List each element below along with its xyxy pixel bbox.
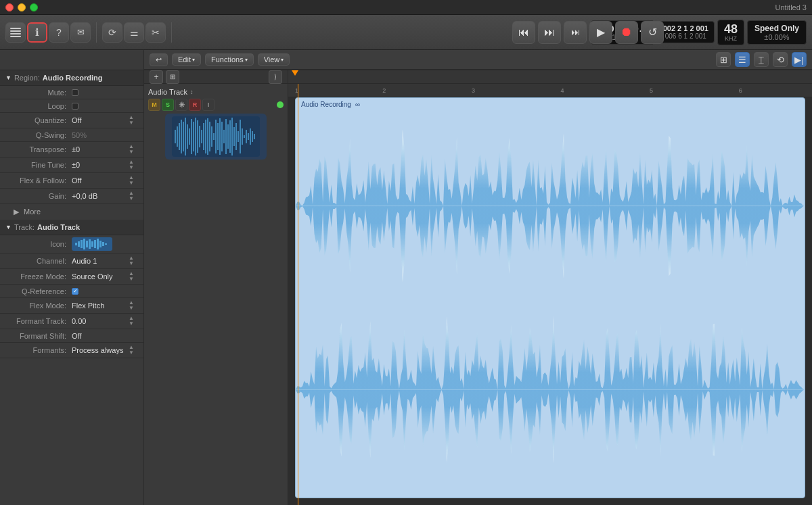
cycle-button[interactable]: ↺	[641, 21, 664, 44]
play-button[interactable]: ▶	[589, 21, 612, 44]
tracks-content: Audio Track ↕ M S ✳ R I	[144, 84, 812, 505]
ruler-mark-5: 5	[650, 87, 653, 94]
fast-forward-button[interactable]: ⏭	[538, 21, 561, 44]
speed-display[interactable]: Speed Only ±0.00%	[747, 20, 807, 45]
track-triangle-icon: ▼	[5, 224, 12, 231]
gain-down-btn[interactable]: ▼	[127, 196, 135, 201]
inspector-panel: ▼ Region: Audio Recording Mute: Loop: Qu…	[0, 70, 144, 505]
maximize-button[interactable]	[30, 3, 38, 11]
back-icon: ↩	[156, 55, 162, 64]
svg-rect-13	[99, 241, 102, 247]
svg-rect-10	[91, 241, 93, 247]
track-controls-row[interactable]: M S ✳ R I	[148, 99, 284, 111]
formanttrack-row: Formant Track: 0.00 ▲ ▼	[0, 314, 143, 329]
freezemode-down-btn[interactable]: ▼	[127, 276, 135, 282]
midi-icon: ✉	[77, 27, 85, 37]
functions-menu-button[interactable]: Functions ▾	[205, 53, 254, 66]
info-button[interactable]: ℹ	[27, 22, 47, 43]
qswing-value: 50%	[72, 131, 87, 139]
edit-chevron-icon: ▾	[192, 57, 195, 63]
window-controls[interactable]	[5, 3, 38, 11]
svg-rect-5	[78, 241, 80, 247]
view-menu-button[interactable]: View ▾	[258, 53, 290, 66]
finetune-label: Fine Tune:	[5, 161, 66, 169]
list-view-icon[interactable]: ☰	[735, 52, 750, 67]
freezemode-value: Source Only	[72, 272, 113, 281]
mute-checkbox[interactable]	[72, 89, 78, 96]
svg-rect-8	[86, 241, 88, 247]
transpose-down-btn[interactable]: ▼	[127, 149, 135, 155]
skip-end-icon: ⏭	[571, 27, 580, 37]
formanttrack-down-btn[interactable]: ▼	[127, 321, 135, 327]
mute-track-btn[interactable]: M	[148, 99, 160, 111]
midi-track-btn[interactable]: ✳	[175, 99, 187, 111]
back-button[interactable]: ↩	[150, 53, 168, 66]
inspector-toggle-button[interactable]: ⟩	[269, 70, 282, 84]
region-loop-icon: ∞	[355, 101, 360, 108]
formanttrack-label: Formant Track:	[5, 317, 66, 325]
formants-down-btn[interactable]: ▼	[127, 350, 135, 356]
add-track-button[interactable]: +	[150, 70, 163, 84]
sync-button[interactable]: ⟳	[102, 22, 122, 43]
flexmode-value: Flex Pitch	[72, 302, 104, 310]
khz-label: KHZ	[722, 35, 740, 42]
quantize-value: Off	[72, 116, 81, 124]
more-triangle-icon: ▶	[14, 208, 19, 216]
forward-playhead-icon[interactable]: ▶|	[792, 52, 807, 67]
help-button[interactable]: ?	[49, 22, 69, 43]
formants-value: Process always	[72, 346, 123, 354]
loop-label: Loop:	[5, 102, 66, 110]
minimize-button[interactable]	[18, 3, 26, 11]
timeline-ruler	[288, 70, 812, 83]
svg-rect-7	[83, 239, 85, 249]
edit-menu-button[interactable]: Edit ▾	[172, 53, 201, 66]
track-section-header[interactable]: ▼ Track: Audio Track	[0, 220, 143, 235]
bpm-display[interactable]: 48 KHZ	[717, 20, 744, 45]
flexfollow-value: Off	[72, 176, 81, 185]
more-button[interactable]: ▶ More	[0, 204, 143, 220]
scissors-button[interactable]: ✂	[145, 22, 166, 43]
close-button[interactable]	[5, 3, 14, 11]
fast-forward-icon: ⏭	[544, 26, 555, 39]
loop-region-icon[interactable]: ⟲	[773, 52, 788, 67]
track-options-button[interactable]: ⊞	[166, 70, 179, 84]
audio-region[interactable]: Audio Recording ∞	[295, 97, 805, 498]
track-waveform-icon	[172, 116, 260, 157]
qreference-label: Q-Reference:	[5, 287, 66, 295]
region-triangle-icon: ▼	[5, 74, 12, 81]
flexmode-row: Flex Mode: Flex Pitch ▲ ▼	[0, 298, 143, 314]
flexmode-label: Flex Mode:	[5, 302, 66, 310]
solo-track-btn[interactable]: S	[162, 99, 174, 111]
midi-button[interactable]: ✉	[70, 22, 91, 43]
length-counter[interactable]: 002 2 1 2 001 006 6 1 2 001	[657, 21, 715, 43]
quantize-down-btn[interactable]: ▼	[127, 120, 135, 126]
ruler-mark-2: 2	[382, 87, 386, 94]
finetune-down-btn[interactable]: ▼	[127, 165, 135, 170]
svg-rect-9	[89, 239, 91, 249]
track-icon-preview[interactable]	[72, 237, 112, 251]
ruler-mark-1: 1	[295, 87, 298, 94]
bpm-value: 48	[722, 23, 740, 35]
region-title: Audio Recording	[301, 101, 351, 108]
record-button[interactable]: ⏺	[615, 21, 638, 44]
title-bar: Untitled 3	[0, 0, 812, 15]
input-track-btn[interactable]: I	[202, 99, 215, 111]
snap-icon[interactable]: ⌶	[754, 52, 769, 67]
flexfollow-down-btn[interactable]: ▼	[127, 181, 135, 186]
skip-to-end-button[interactable]: ⏭	[564, 21, 587, 44]
view-chevron-icon: ▾	[281, 57, 284, 63]
record-track-btn[interactable]: R	[189, 99, 201, 111]
freezemode-row: Freeze Mode: Source Only ▲ ▼	[0, 269, 143, 285]
mixer-button[interactable]: ⚌	[124, 22, 144, 43]
qreference-checkbox[interactable]: ✓	[72, 288, 78, 295]
grid-view-icon[interactable]: ⊞	[716, 52, 731, 67]
loop-checkbox[interactable]	[72, 103, 78, 110]
channel-down-btn[interactable]: ▼	[127, 261, 135, 266]
list-btn[interactable]	[5, 22, 26, 43]
formanttrack-value: 0.00	[72, 317, 86, 325]
record-icon: ⏺	[621, 25, 633, 39]
flexmode-down-btn[interactable]: ▼	[127, 306, 135, 311]
region-section-header[interactable]: ▼ Region: Audio Recording	[0, 70, 143, 86]
cycle-icon: ↺	[648, 26, 657, 39]
rewind-button[interactable]: ⏮	[512, 21, 535, 44]
